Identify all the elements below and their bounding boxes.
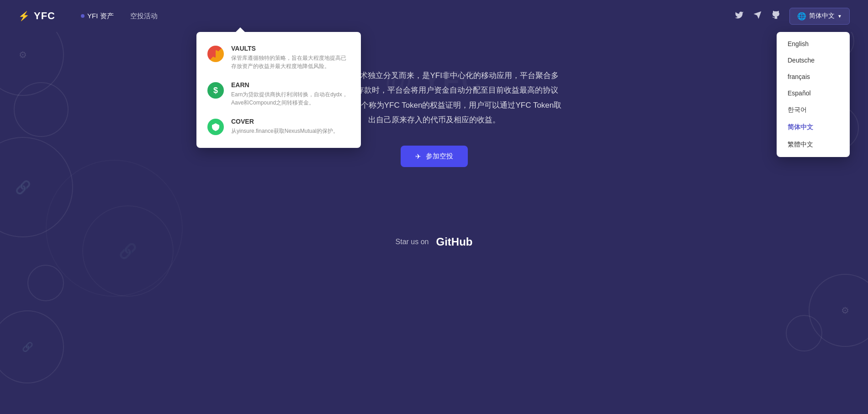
footer: Star us on GitHub [0, 222, 868, 262]
telegram-icon[interactable] [753, 10, 762, 22]
navbar: ⚡ YFC YFI 资产 空投活动 🌐 简体中文 ▼ [0, 0, 868, 32]
language-selector[interactable]: 🌐 简体中文 ▼ [789, 8, 850, 25]
twitter-icon[interactable] [735, 10, 744, 22]
earn-title: EARN [231, 81, 350, 89]
dropdown-item-cover[interactable]: COVER 从yinsure.finance获取NexusMutual的保护。 [196, 112, 361, 141]
lang-option-de[interactable]: Deutsche [777, 52, 850, 68]
earn-desc: Earn为贷款提供商执行利润转换，自动在dydx，Aave和Compound之间… [231, 90, 350, 107]
lang-flag: 🌐 [797, 12, 806, 21]
lang-option-zh-hans[interactable]: 简体中文 [777, 119, 850, 136]
cover-title: COVER [231, 118, 350, 125]
nav-dot [81, 14, 85, 18]
logo-icon: ⚡ [18, 10, 30, 21]
cta-label: 参加空投 [426, 152, 453, 161]
nav-label-airdrop: 空投活动 [130, 12, 158, 21]
dropdown-item-earn[interactable]: $ EARN Earn为贷款提供商执行利润转换，自动在dydx，Aave和Com… [196, 76, 361, 112]
earn-content: EARN Earn为贷款提供商执行利润转换，自动在dydx，Aave和Compo… [231, 81, 350, 107]
lang-option-es[interactable]: Español [777, 85, 850, 101]
vaults-desc: 保管库遵循独特的策略，旨在最大程度地提高已存放资产的收益并最大程度地降低风险。 [231, 54, 350, 70]
chevron-down-icon: ▼ [837, 14, 842, 19]
nav-item-airdrop[interactable]: 空投活动 [123, 8, 165, 24]
lang-option-fr[interactable]: français [777, 68, 850, 85]
github-nav-icon[interactable] [771, 10, 780, 22]
yfi-dropdown: VAULTS 保管库遵循独特的策略，旨在最大程度地提高已存放资产的收益并最大程度… [196, 32, 361, 148]
vaults-title: VAULTS [231, 45, 350, 52]
cover-icon [207, 119, 224, 135]
lang-option-ko[interactable]: 한국어 [777, 101, 850, 119]
vaults-content: VAULTS 保管库遵循独特的策略，旨在最大程度地提高已存放资产的收益并最大程度… [231, 45, 350, 70]
lang-current: 简体中文 [809, 12, 835, 20]
footer-github-label[interactable]: GitHub [436, 236, 472, 248]
footer-star-label: Star us on [396, 238, 429, 246]
language-dropdown: English Deutsche français Español 한국어 简体… [777, 32, 850, 157]
cta-button[interactable]: ✈ 参加空投 [401, 146, 468, 167]
logo-text: YFC [34, 10, 55, 22]
dropdown-item-vaults[interactable]: VAULTS 保管库遵循独特的策略，旨在最大程度地提高已存放资产的收益并最大程度… [196, 39, 361, 76]
main-content: @ YFC YFC是经YFI技术独立分叉而来，是YFI非中心化的移动应用，平台聚… [0, 32, 868, 222]
nav-label-yfi: YFI 资产 [87, 12, 114, 21]
vaults-icon [207, 46, 224, 62]
cta-icon: ✈ [415, 152, 421, 161]
logo[interactable]: ⚡ YFC [18, 10, 55, 22]
cover-content: COVER 从yinsure.finance获取NexusMutual的保护。 [231, 118, 350, 135]
lang-option-en[interactable]: English [777, 36, 850, 52]
dropdown-menu: VAULTS 保管库遵循独特的策略，旨在最大程度地提高已存放资产的收益并最大程度… [196, 32, 361, 148]
cover-desc: 从yinsure.finance获取NexusMutual的保护。 [231, 127, 350, 135]
earn-icon: $ [207, 82, 224, 99]
nav-links: YFI 资产 空投活动 [74, 8, 735, 24]
dropdown-arrow [236, 27, 245, 32]
nav-item-yfi-assets[interactable]: YFI 资产 [74, 8, 121, 24]
lang-option-zh-hant[interactable]: 繁體中文 [777, 136, 850, 153]
nav-social [735, 10, 780, 22]
